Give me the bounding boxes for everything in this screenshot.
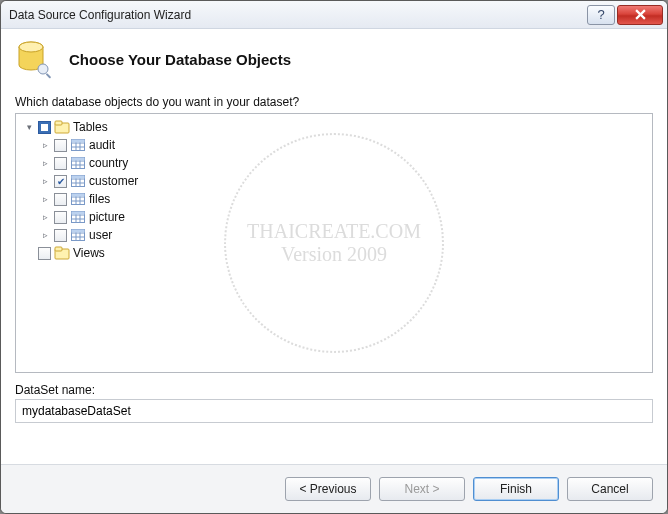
- tree-node-table[interactable]: ▹ audit: [38, 136, 646, 154]
- svg-point-2: [38, 64, 48, 74]
- expand-icon[interactable]: ▹: [40, 230, 51, 241]
- expand-icon[interactable]: ▹: [40, 212, 51, 223]
- svg-point-1: [19, 42, 43, 52]
- checkbox-views[interactable]: [38, 247, 51, 260]
- table-icon: [70, 191, 86, 207]
- checkbox[interactable]: [54, 193, 67, 206]
- tree-node-table[interactable]: ▹ ✔ customer: [38, 172, 646, 190]
- svg-rect-29: [72, 194, 85, 197]
- next-button: Next >: [379, 477, 465, 501]
- svg-rect-17: [72, 158, 85, 161]
- table-icon: [70, 137, 86, 153]
- svg-rect-3: [46, 73, 52, 79]
- dataset-name-label: DataSet name:: [15, 383, 653, 397]
- table-label: country: [89, 156, 128, 170]
- checkbox[interactable]: [54, 229, 67, 242]
- checkbox-tables[interactable]: [38, 121, 51, 134]
- dataset-name-input[interactable]: [15, 399, 653, 423]
- table-label: audit: [89, 138, 115, 152]
- expand-icon[interactable]: ▹: [40, 140, 51, 151]
- prompt-text: Which database objects do you want in yo…: [15, 95, 653, 109]
- finish-button[interactable]: Finish: [473, 477, 559, 501]
- table-icon: [70, 155, 86, 171]
- tree-node-table[interactable]: ▹ files: [38, 190, 646, 208]
- table-label: customer: [89, 174, 138, 188]
- tree-node-views[interactable]: ▹ Views: [22, 244, 646, 262]
- page-heading: Choose Your Database Objects: [69, 51, 291, 68]
- wizard-header: Choose Your Database Objects: [1, 29, 667, 93]
- previous-button[interactable]: < Previous: [285, 477, 371, 501]
- checkbox[interactable]: ✔: [54, 175, 67, 188]
- titlebar: Data Source Configuration Wizard ?: [1, 1, 667, 29]
- svg-rect-41: [72, 230, 85, 233]
- collapse-icon[interactable]: ▾: [24, 122, 35, 133]
- wizard-footer: < Previous Next > Finish Cancel: [1, 464, 667, 513]
- tree-node-table[interactable]: ▹ picture: [38, 208, 646, 226]
- svg-rect-35: [72, 212, 85, 215]
- database-icon: [15, 39, 55, 79]
- svg-rect-5: [55, 121, 62, 125]
- close-button[interactable]: [617, 5, 663, 25]
- table-label: user: [89, 228, 112, 242]
- checkbox[interactable]: [54, 211, 67, 224]
- table-icon: [70, 227, 86, 243]
- close-icon: [635, 9, 646, 20]
- folder-icon: [54, 245, 70, 261]
- tree-node-tables[interactable]: ▾ Tables: [22, 118, 646, 136]
- svg-rect-43: [55, 247, 62, 251]
- svg-rect-11: [72, 140, 85, 143]
- svg-rect-23: [72, 176, 85, 179]
- expand-icon[interactable]: ▹: [40, 176, 51, 187]
- checkbox[interactable]: [54, 157, 67, 170]
- tree-node-table[interactable]: ▹ country: [38, 154, 646, 172]
- expand-icon[interactable]: ▹: [40, 158, 51, 169]
- wizard-window: Data Source Configuration Wizard ? Choos…: [0, 0, 668, 514]
- folder-icon: [54, 119, 70, 135]
- tables-label: Tables: [73, 120, 108, 134]
- tree-node-table[interactable]: ▹ user: [38, 226, 646, 244]
- table-label: files: [89, 192, 110, 206]
- table-label: picture: [89, 210, 125, 224]
- checkbox[interactable]: [54, 139, 67, 152]
- expand-icon[interactable]: ▹: [40, 194, 51, 205]
- wizard-body: Which database objects do you want in yo…: [1, 93, 667, 464]
- help-button[interactable]: ?: [587, 5, 615, 25]
- table-icon: [70, 173, 86, 189]
- views-label: Views: [73, 246, 105, 260]
- cancel-button[interactable]: Cancel: [567, 477, 653, 501]
- table-icon: [70, 209, 86, 225]
- object-tree[interactable]: THAICREATE.COM Version 2009 ▾ Tables: [15, 113, 653, 373]
- window-title: Data Source Configuration Wizard: [9, 8, 585, 22]
